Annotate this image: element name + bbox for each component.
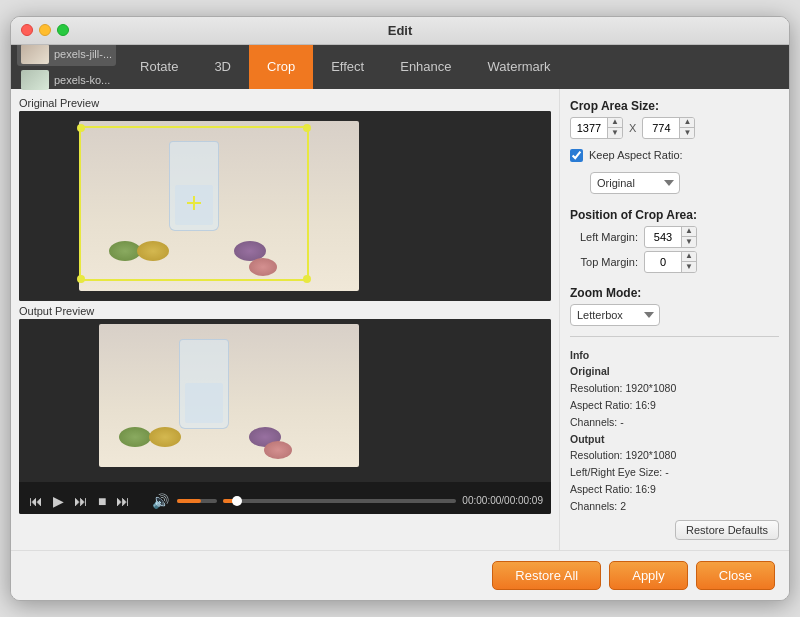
keep-aspect-checkbox[interactable] bbox=[570, 149, 583, 162]
volume-fill bbox=[177, 499, 201, 503]
width-down[interactable]: ▼ bbox=[608, 128, 622, 139]
height-value: 774 bbox=[643, 122, 679, 134]
file-thumb-2 bbox=[21, 70, 49, 90]
crop-area-size-section: Crop Area Size: 1377 ▲ ▼ X 774 ▲ bbox=[570, 99, 779, 143]
tab-3d[interactable]: 3D bbox=[196, 45, 249, 89]
restore-all-button[interactable]: Restore All bbox=[492, 561, 601, 590]
skip-back-btn[interactable]: ⏮ bbox=[27, 492, 45, 510]
file-name-1: pexels-jill-... bbox=[54, 48, 112, 60]
divider bbox=[570, 336, 779, 337]
info-original-title: Original bbox=[570, 363, 779, 380]
file-thumb-1 bbox=[21, 44, 49, 64]
toolbar: pexels-jill-... pexels-ko... Rotate 3D C… bbox=[11, 45, 789, 89]
time-display: 00:00:00/00:00:09 bbox=[462, 495, 543, 506]
output-macaron-yellow bbox=[149, 427, 181, 447]
aspect-dropdown[interactable]: Original bbox=[590, 172, 680, 194]
tab-effect[interactable]: Effect bbox=[313, 45, 382, 89]
top-margin-value: 0 bbox=[645, 256, 681, 268]
macaron-pink bbox=[249, 258, 277, 276]
info-out-channels: Channels: 2 bbox=[570, 498, 779, 515]
info-out-aspect: Aspect Ratio: 16:9 bbox=[570, 481, 779, 498]
tab-crop[interactable]: Crop bbox=[249, 45, 313, 89]
tab-rotate[interactable]: Rotate bbox=[122, 45, 196, 89]
tab-watermark[interactable]: Watermark bbox=[470, 45, 569, 89]
height-up[interactable]: ▲ bbox=[680, 117, 694, 128]
original-preview-label: Original Preview bbox=[19, 97, 551, 109]
bottom-bar: Restore All Apply Close bbox=[11, 550, 789, 600]
info-aspect: Aspect Ratio: 16:9 bbox=[570, 397, 779, 414]
top-margin-up[interactable]: ▲ bbox=[682, 251, 696, 262]
tab-bar: Rotate 3D Crop Effect Enhance Watermark bbox=[122, 45, 789, 89]
restore-defaults-button[interactable]: Restore Defaults bbox=[675, 520, 779, 540]
top-margin-down[interactable]: ▼ bbox=[682, 262, 696, 273]
top-margin-row: Top Margin: 0 ▲ ▼ bbox=[570, 251, 779, 273]
info-resolution: Resolution: 1920*1080 bbox=[570, 380, 779, 397]
left-margin-down[interactable]: ▼ bbox=[682, 237, 696, 248]
top-margin-label: Top Margin: bbox=[570, 256, 638, 268]
height-spinners: ▲ ▼ bbox=[679, 117, 694, 139]
width-spinners: ▲ ▼ bbox=[607, 117, 622, 139]
close-traffic-light[interactable] bbox=[21, 24, 33, 36]
x-separator: X bbox=[629, 122, 636, 134]
original-preview-box bbox=[19, 111, 551, 301]
output-preview-label: Output Preview bbox=[19, 305, 551, 317]
position-title: Position of Crop Area: bbox=[570, 208, 779, 222]
file-name-2: pexels-ko... bbox=[54, 74, 110, 86]
stop-btn[interactable]: ■ bbox=[96, 492, 108, 510]
file-item-1[interactable]: pexels-jill-... bbox=[17, 42, 116, 66]
output-glass bbox=[179, 339, 229, 429]
progress-thumb bbox=[232, 496, 242, 506]
height-input[interactable]: 774 ▲ ▼ bbox=[642, 117, 695, 139]
original-video-bg bbox=[19, 111, 551, 301]
window-title: Edit bbox=[388, 23, 413, 38]
height-down[interactable]: ▼ bbox=[680, 128, 694, 139]
width-value: 1377 bbox=[571, 122, 607, 134]
left-margin-spinners: ▲ ▼ bbox=[681, 226, 696, 248]
main-content: Original Preview bbox=[11, 89, 789, 551]
right-panel: Crop Area Size: 1377 ▲ ▼ X 774 ▲ bbox=[559, 89, 789, 551]
volume-bar[interactable] bbox=[177, 499, 217, 503]
tab-enhance[interactable]: Enhance bbox=[382, 45, 469, 89]
step-forward-btn[interactable]: ⏭ bbox=[72, 492, 90, 510]
keep-aspect-label: Keep Aspect Ratio: bbox=[589, 149, 683, 161]
info-section: Info Original Resolution: 1920*1080 Aspe… bbox=[570, 347, 779, 515]
left-margin-up[interactable]: ▲ bbox=[682, 226, 696, 237]
maximize-traffic-light[interactable] bbox=[57, 24, 69, 36]
output-preview-box: ⏮ ▶ ⏭ ■ ⏭ 🔊 00:00 bbox=[19, 319, 551, 514]
file-list: pexels-jill-... pexels-ko... bbox=[11, 40, 122, 94]
left-margin-label: Left Margin: bbox=[570, 231, 638, 243]
scene-bg bbox=[79, 121, 359, 291]
main-window: Edit pexels-jill-... pexels-ko... Rotate… bbox=[10, 16, 790, 602]
keep-aspect-row: Keep Aspect Ratio: bbox=[570, 149, 779, 162]
top-margin-input[interactable]: 0 ▲ ▼ bbox=[644, 251, 697, 273]
output-preview-section: Output Preview ⏮ ▶ bbox=[19, 305, 551, 514]
output-scene-bg bbox=[99, 324, 359, 467]
minimize-traffic-light[interactable] bbox=[39, 24, 51, 36]
glass bbox=[169, 141, 219, 231]
top-margin-spinners: ▲ ▼ bbox=[681, 251, 696, 273]
video-controls: ⏮ ▶ ⏭ ■ ⏭ 🔊 00:00 bbox=[19, 488, 551, 514]
play-btn[interactable]: ▶ bbox=[51, 492, 66, 510]
progress-bar[interactable] bbox=[223, 499, 456, 503]
left-margin-input[interactable]: 543 ▲ ▼ bbox=[644, 226, 697, 248]
zoom-mode-section: Zoom Mode: Letterbox bbox=[570, 286, 779, 326]
left-margin-value: 543 bbox=[645, 231, 681, 243]
volume-icon: 🔊 bbox=[150, 492, 171, 510]
close-button[interactable]: Close bbox=[696, 561, 775, 590]
apply-button[interactable]: Apply bbox=[609, 561, 688, 590]
preview-area: Original Preview bbox=[11, 89, 559, 551]
output-video-bg bbox=[19, 319, 551, 482]
aspect-dropdown-row: Original bbox=[590, 172, 779, 194]
zoom-dropdown[interactable]: Letterbox bbox=[570, 304, 660, 326]
title-bar: Edit bbox=[11, 17, 789, 45]
original-preview-section: Original Preview bbox=[19, 97, 551, 301]
skip-end-btn[interactable]: ⏭ bbox=[114, 492, 132, 510]
left-margin-row: Left Margin: 543 ▲ ▼ bbox=[570, 226, 779, 248]
width-up[interactable]: ▲ bbox=[608, 117, 622, 128]
info-title: Info bbox=[570, 347, 779, 364]
zoom-mode-title: Zoom Mode: bbox=[570, 286, 779, 300]
info-output-title: Output bbox=[570, 431, 779, 448]
traffic-lights bbox=[21, 24, 69, 36]
width-input[interactable]: 1377 ▲ ▼ bbox=[570, 117, 623, 139]
info-channels: Channels: - bbox=[570, 414, 779, 431]
